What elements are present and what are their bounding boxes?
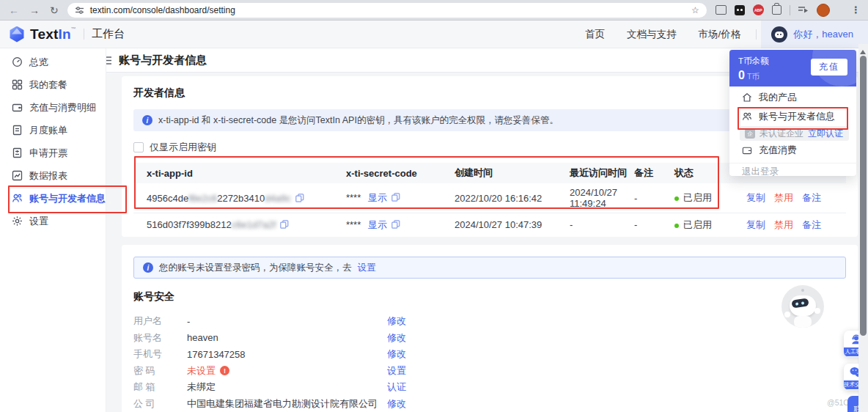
- user-avatar[interactable]: [771, 26, 787, 43]
- wallet-icon: [742, 145, 752, 155]
- app-header: TextIn™ 工作台 首页 文档与支持 市场/价格 你好，heaven: [0, 21, 868, 48]
- col-header-status: 状态: [674, 166, 726, 180]
- scrollbar-up-arrow[interactable]: [860, 47, 866, 54]
- sidebar-item-label: 数据报表: [29, 169, 67, 183]
- workspace-label[interactable]: 工作台: [92, 27, 125, 41]
- modify-link[interactable]: 修改: [387, 397, 846, 411]
- adblock-icon[interactable]: ABP: [753, 4, 764, 15]
- col-header-last-access: 最近访问时间: [570, 166, 634, 180]
- browser-menu-icon[interactable]: ⋮: [851, 4, 861, 15]
- sidebar-item-monthly-bill[interactable]: 月度账单: [0, 119, 106, 141]
- sidebar-item-data-report[interactable]: 数据报表: [0, 164, 106, 187]
- bookmark-star-icon[interactable]: ☆: [691, 5, 699, 15]
- forward-icon[interactable]: →: [29, 4, 40, 16]
- last-access-cell: -: [570, 219, 634, 230]
- sidebar-item-settings[interactable]: 设置: [0, 210, 106, 232]
- field-value: 中国电建集团福建省电力勘测设计院有限公司: [187, 397, 387, 411]
- disable-action-link[interactable]: 禁用: [774, 191, 793, 205]
- extension-dark-icon[interactable]: [735, 5, 745, 15]
- menu-item-my-products[interactable]: 我的产品: [729, 88, 856, 107]
- disable-action-link[interactable]: 禁用: [774, 218, 793, 232]
- verify-link[interactable]: 认证: [387, 380, 846, 394]
- recharge-button[interactable]: 充值: [811, 59, 847, 76]
- last-access-time: 11:49:24: [570, 198, 634, 209]
- back-icon[interactable]: ←: [9, 4, 19, 16]
- toolbar-divider: [790, 5, 790, 15]
- warning-settings-link[interactable]: 设置: [358, 262, 376, 274]
- balance-number: 0: [738, 69, 745, 81]
- sidebar-item-label: 设置: [29, 215, 48, 228]
- secret-code-cell: **** 显示: [346, 218, 455, 232]
- copy-icon[interactable]: [391, 220, 400, 229]
- sidebar-item-overview[interactable]: 总览: [0, 51, 106, 73]
- menu-item-recharge-consume[interactable]: 充值消费: [729, 141, 856, 160]
- app-id-redacted: c6e1d7a2f: [232, 219, 276, 230]
- show-enabled-keys-label: 仅显示启用密钥: [150, 141, 216, 154]
- nav-docs-support[interactable]: 文档与支持: [627, 28, 677, 41]
- logout-button[interactable]: 退出登录: [729, 163, 856, 180]
- nav-market-price[interactable]: 市场/价格: [699, 28, 741, 41]
- balance-header: T币余额 0T币 充值: [729, 50, 856, 87]
- textin-logo-icon[interactable]: [9, 26, 25, 43]
- sidebar-item-invoice[interactable]: 申请开票: [0, 141, 106, 164]
- user-menu[interactable]: 你好，heaven: [761, 21, 868, 48]
- sidebar-item-recharge-details[interactable]: 充值与消费明细: [0, 96, 106, 119]
- modify-link[interactable]: 修改: [387, 347, 846, 361]
- user-greeting[interactable]: 你好，heaven: [793, 28, 853, 41]
- menu-item-account-developer-info[interactable]: 账号与开发者信息: [729, 107, 856, 126]
- field-value: -: [187, 316, 387, 327]
- side-panel-icon[interactable]: [716, 5, 727, 15]
- browser-chrome: ← → ↻ textin.com/console/dashboard/setti…: [0, 0, 868, 21]
- modify-link[interactable]: 修改: [387, 331, 846, 345]
- status-dot: [674, 224, 679, 228]
- brand-logo[interactable]: TextIn™: [30, 26, 76, 43]
- show-secret-link[interactable]: 显示: [368, 192, 387, 203]
- browser-toolbar-icons: ABP ⋮: [716, 4, 868, 17]
- created-cell: 2024/10/27 10:47:39: [455, 219, 570, 230]
- app-id-visible: 4956c4de: [147, 193, 188, 204]
- show-secret-link[interactable]: 显示: [368, 219, 387, 230]
- copy-action-link[interactable]: 复制: [746, 218, 765, 232]
- header-divider: [84, 29, 84, 40]
- table-row: 516d03f7f399b8212c6e1d7a2f **** 显示 2024/…: [133, 213, 846, 236]
- copy-icon[interactable]: [295, 194, 304, 202]
- reload-icon[interactable]: ↻: [50, 4, 59, 16]
- note-action-link[interactable]: 备注: [802, 218, 821, 232]
- sidebar-item-account-developer-info[interactable]: 账号与开发者信息: [0, 187, 106, 210]
- show-enabled-keys-checkbox[interactable]: [133, 142, 144, 152]
- note-action-link[interactable]: 备注: [802, 191, 821, 205]
- security-row-account-name: 账号名 heaven 修改: [133, 330, 846, 347]
- extension-jar-icon[interactable]: [772, 5, 781, 15]
- sidebar-item-label: 我的套餐: [29, 78, 67, 92]
- app-id-cell: 4956c4def8e2c62272b3410d4a9c: [133, 193, 346, 204]
- col-header-secret-code: x-ti-secret-code: [346, 168, 455, 179]
- scrollbar-thumb[interactable]: [860, 56, 867, 336]
- status-dot: [674, 196, 679, 201]
- nav-home[interactable]: 首页: [585, 28, 605, 41]
- app-id-redacted: f8e2c6: [188, 193, 217, 204]
- status-text: 已启用: [683, 219, 712, 230]
- copy-icon[interactable]: [391, 193, 400, 202]
- browser-profile-avatar[interactable]: [817, 4, 830, 17]
- status-cell: 已启用: [674, 191, 726, 205]
- verify-now-link[interactable]: 立即认证: [808, 128, 843, 140]
- sidebar-item-my-plans[interactable]: 我的套餐: [0, 73, 106, 96]
- address-bar[interactable]: textin.com/console/dashboard/setting ☆: [67, 3, 707, 18]
- set-password-link[interactable]: 设置: [387, 364, 846, 378]
- info-icon: i: [142, 115, 152, 125]
- modify-link[interactable]: 修改: [387, 314, 846, 328]
- sidebar-item-label: 账号与开发者信息: [29, 192, 106, 205]
- field-value: heaven: [187, 332, 387, 343]
- user-dropdown-panel: T币余额 0T币 充值 我的产品 账号与开发者信息 企 未认证企业 立即认证 充…: [729, 50, 856, 176]
- menu-item-label: 账号与开发者信息: [759, 110, 835, 123]
- media-controls-icon[interactable]: [798, 6, 809, 15]
- site-info-icon[interactable]: [75, 6, 84, 15]
- url-text[interactable]: textin.com/console/dashboard/setting: [90, 5, 691, 15]
- copy-action-link[interactable]: 复制: [746, 191, 765, 205]
- security-row-password: 密 码 未设置! 设置: [133, 363, 846, 380]
- brand-text-black: Text: [30, 26, 58, 42]
- bill-icon: [12, 125, 23, 136]
- robot-mascot[interactable]: [781, 285, 824, 328]
- copy-icon[interactable]: [280, 220, 289, 229]
- secret-code-cell: **** 显示: [346, 191, 455, 205]
